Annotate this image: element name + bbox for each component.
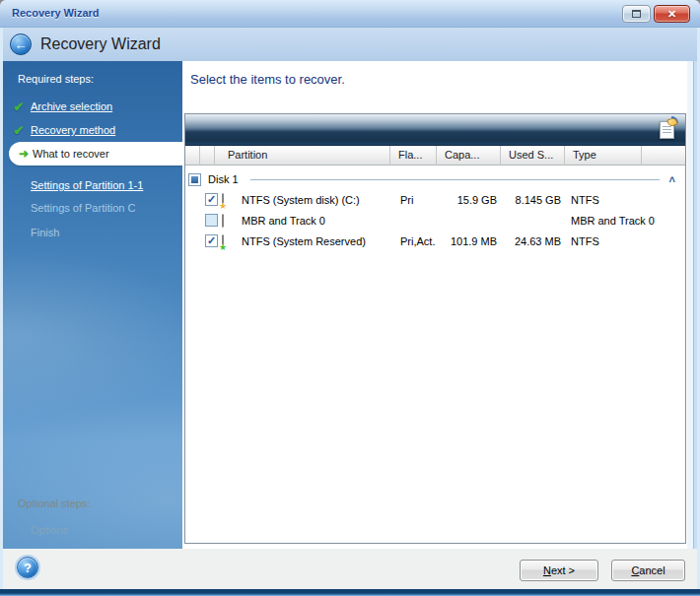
- sidebar-item-what-to-recover[interactable]: ➜ What to recover: [9, 142, 182, 166]
- column-header-type[interactable]: Type: [565, 146, 642, 166]
- close-button[interactable]: ✕: [654, 5, 690, 23]
- restore-button[interactable]: [622, 5, 651, 23]
- close-icon: ✕: [667, 8, 676, 21]
- next-button[interactable]: Next >: [520, 560, 598, 581]
- step-instruction: Select the items to recover.: [190, 72, 345, 87]
- table-body: Disk 1 ˄ ✓ ★ NTFS (System disk) (C:) Pri…: [185, 169, 685, 251]
- partition-disk-icon: ★: [222, 234, 224, 248]
- sidebar-item-options: Options: [31, 524, 68, 536]
- main-content: Select the items to recover. Partition F…: [182, 61, 687, 549]
- column-header-filler: [642, 146, 685, 166]
- partition-capacity: 15.9 GB: [437, 194, 501, 206]
- window-gutter-right: [687, 61, 697, 549]
- partition-type: NTFS: [565, 235, 685, 247]
- footer-bar: ? Next > Cancel: [3, 549, 697, 589]
- column-header-flags[interactable]: Fla...: [390, 146, 437, 166]
- sidebar-item-archive-selection[interactable]: ✔ Archive selection: [3, 97, 182, 116]
- step-done-icon: ✔: [10, 99, 28, 114]
- page-title: Recovery Wizard: [40, 28, 161, 60]
- check-icon: ✓: [207, 194, 216, 205]
- titlebar[interactable]: Recovery Wizard ✕: [0, 0, 700, 28]
- sidebar-item-settings-partition-c: Settings of Partition C: [3, 198, 182, 218]
- sidebar-item-label: Finish: [31, 227, 59, 238]
- help-icon: ?: [24, 561, 32, 575]
- partition-name: NTFS (System disk) (C:): [242, 194, 390, 206]
- wizard-header: ← Recovery Wizard: [0, 28, 700, 61]
- sidebar-item-recovery-method[interactable]: ✔ Recovery method: [3, 120, 182, 140]
- recovery-items-panel: Partition Fla... Capa... Used S... Type …: [184, 113, 686, 544]
- window-frame-bottom: [0, 589, 700, 596]
- partition-name: MBR and Track 0: [242, 215, 390, 227]
- disk-checkbox[interactable]: [188, 173, 201, 186]
- optional-steps-heading: Optional steps:: [18, 497, 90, 509]
- table-header: Partition Fla... Capa... Used S... Type: [185, 146, 685, 166]
- window-title: Recovery Wizard: [12, 0, 100, 27]
- partition-used-space: 24.63 MB: [501, 235, 565, 247]
- back-arrow-icon: ←: [15, 37, 28, 52]
- row-checkbox[interactable]: ✓: [205, 193, 218, 206]
- table-row[interactable]: ✓ ★ NTFS (System Reserved) Pri,Act. 101.…: [185, 231, 685, 251]
- sidebar-item-label: Archive selection: [31, 100, 112, 112]
- partition-flags: Pri,Act.: [390, 235, 437, 247]
- sidebar-item-finish: Finish: [3, 223, 182, 242]
- restore-icon: [632, 10, 641, 18]
- row-checkbox[interactable]: [205, 214, 218, 227]
- sidebar-steps: Required steps: ✔ Archive selection ✔ Re…: [3, 61, 182, 549]
- help-button[interactable]: ?: [17, 557, 38, 578]
- collapse-icon[interactable]: ˄: [669, 174, 675, 185]
- partition-type: MBR and Track 0: [565, 215, 685, 227]
- table-row[interactable]: MBR and Track 0 MBR and Track 0: [185, 210, 685, 231]
- disk-label: Disk 1: [208, 173, 239, 185]
- partition-capacity: 101.9 MB: [437, 235, 501, 247]
- step-done-icon: ✔: [10, 123, 28, 138]
- sidebar-item-label: Settings of Partition C: [31, 202, 135, 214]
- partition-type: NTFS: [565, 194, 685, 206]
- star-icon: ★: [219, 243, 227, 252]
- star-icon: ★: [219, 202, 227, 211]
- column-header-partition[interactable]: Partition: [215, 146, 390, 166]
- table-row[interactable]: ✓ ★ NTFS (System disk) (C:) Pri 15.9 GB …: [185, 189, 685, 210]
- group-divider: [250, 179, 660, 180]
- column-header-used-space[interactable]: Used S...: [501, 146, 565, 166]
- column-settings-button[interactable]: [655, 118, 678, 142]
- partition-disk-icon: ★: [222, 193, 224, 207]
- column-settings-icon: [660, 121, 674, 139]
- required-steps-heading: Required steps:: [18, 73, 94, 85]
- check-icon: ✓: [207, 235, 216, 246]
- partition-used-space: 8.145 GB: [501, 194, 565, 206]
- items-toolbar: [185, 114, 685, 146]
- recovery-wizard-window: Recovery Wizard ✕ ← Recovery Wizard Requ…: [0, 0, 700, 596]
- sidebar-item-label: What to recover: [33, 148, 109, 160]
- column-header-icon[interactable]: [200, 146, 215, 166]
- column-header-capacity[interactable]: Capa...: [437, 146, 501, 166]
- sidebar-item-settings-partition-1-1[interactable]: Settings of Partition 1-1: [3, 175, 182, 195]
- partition-name: NTFS (System Reserved): [242, 235, 390, 247]
- cancel-button[interactable]: Cancel: [611, 560, 685, 581]
- partition-flags: Pri: [390, 194, 437, 206]
- sidebar-item-label: Recovery method: [31, 124, 115, 136]
- disk-group-row[interactable]: Disk 1 ˄: [185, 169, 685, 189]
- column-header-checkbox[interactable]: [185, 146, 200, 166]
- row-checkbox[interactable]: ✓: [205, 234, 218, 247]
- step-current-icon: ➜: [15, 147, 33, 161]
- partition-disk-icon: [222, 214, 224, 228]
- back-button[interactable]: ←: [10, 33, 32, 55]
- sidebar-item-label: Settings of Partition 1-1: [31, 179, 143, 191]
